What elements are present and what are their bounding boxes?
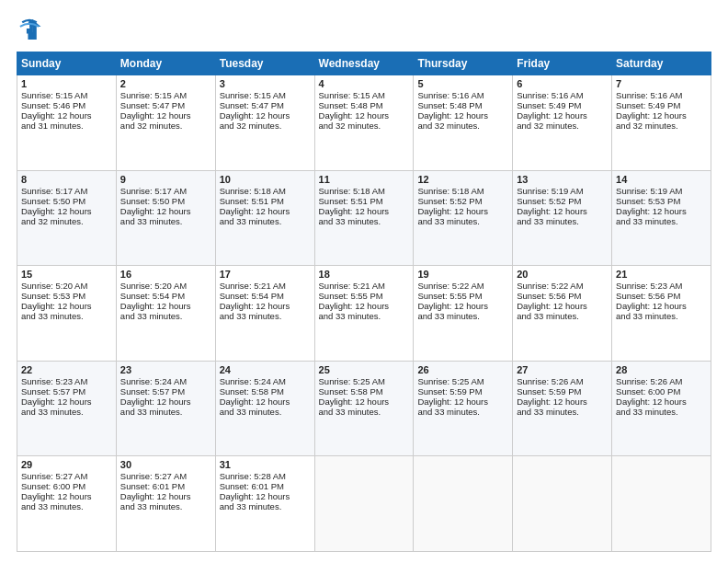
day-info: Daylight: 12 hours: [319, 396, 410, 407]
day-info: and 33 minutes.: [319, 407, 410, 417]
day-info: Sunset: 5:53 PM: [616, 196, 707, 206]
day-number: 14: [616, 174, 707, 185]
calendar-cell: 27Sunrise: 5:26 AMSunset: 5:59 PMDayligh…: [513, 361, 612, 456]
day-info: Sunrise: 5:15 AM: [120, 90, 211, 100]
day-info: Sunrise: 5:26 AM: [517, 376, 608, 386]
calendar-week-1: 1Sunrise: 5:15 AMSunset: 5:46 PMDaylight…: [17, 75, 711, 171]
day-info: Daylight: 12 hours: [220, 110, 311, 121]
calendar-cell: 23Sunrise: 5:24 AMSunset: 5:57 PMDayligh…: [116, 361, 215, 456]
day-info: and 33 minutes.: [517, 216, 608, 226]
day-info: Daylight: 12 hours: [616, 110, 707, 121]
day-info: Daylight: 12 hours: [417, 110, 508, 121]
calendar-cell: 28Sunrise: 5:26 AMSunset: 6:00 PMDayligh…: [612, 361, 711, 456]
day-info: Sunset: 5:48 PM: [319, 100, 410, 110]
day-info: Sunrise: 5:16 AM: [616, 90, 707, 100]
day-info: Sunset: 5:47 PM: [120, 100, 211, 110]
day-info: Daylight: 12 hours: [21, 491, 112, 501]
day-info: Daylight: 12 hours: [21, 110, 112, 121]
calendar-cell: 5Sunrise: 5:16 AMSunset: 5:48 PMDaylight…: [414, 75, 513, 171]
day-info: Daylight: 12 hours: [616, 301, 707, 311]
day-number: 12: [417, 174, 508, 185]
calendar-cell: 17Sunrise: 5:21 AMSunset: 5:54 PMDayligh…: [215, 266, 314, 362]
day-info: Daylight: 12 hours: [616, 396, 707, 407]
calendar-week-3: 15Sunrise: 5:20 AMSunset: 5:53 PMDayligh…: [17, 266, 711, 362]
day-number: 20: [517, 269, 608, 280]
calendar-cell: 19Sunrise: 5:22 AMSunset: 5:55 PMDayligh…: [414, 266, 513, 362]
day-info: and 33 minutes.: [319, 216, 410, 226]
day-number: 2: [120, 78, 211, 89]
day-number: 9: [120, 174, 211, 185]
calendar-cell: [612, 456, 711, 552]
day-info: Sunrise: 5:25 AM: [417, 376, 508, 386]
day-info: and 33 minutes.: [616, 407, 707, 417]
day-number: 15: [21, 269, 112, 280]
day-number: 27: [517, 364, 608, 375]
calendar-cell: 10Sunrise: 5:18 AMSunset: 5:51 PMDayligh…: [215, 170, 314, 266]
day-info: and 33 minutes.: [21, 407, 112, 417]
day-info: and 33 minutes.: [120, 501, 211, 511]
day-info: Sunset: 5:58 PM: [319, 386, 410, 396]
calendar-cell: 15Sunrise: 5:20 AMSunset: 5:53 PMDayligh…: [17, 266, 117, 362]
day-info: Sunset: 5:51 PM: [220, 196, 311, 206]
day-number: 21: [616, 269, 707, 280]
day-info: and 33 minutes.: [417, 407, 508, 417]
weekday-header-tuesday: Tuesday: [215, 52, 314, 75]
calendar-cell: 1Sunrise: 5:15 AMSunset: 5:46 PMDaylight…: [17, 75, 117, 171]
day-info: and 33 minutes.: [21, 311, 112, 321]
day-info: Daylight: 12 hours: [120, 110, 211, 121]
logo: [17, 17, 46, 42]
calendar-cell: 24Sunrise: 5:24 AMSunset: 5:58 PMDayligh…: [215, 361, 314, 456]
weekday-header-thursday: Thursday: [414, 52, 513, 75]
day-info: Sunrise: 5:15 AM: [220, 90, 311, 100]
day-info: Sunset: 5:57 PM: [120, 386, 211, 396]
day-number: 18: [319, 269, 410, 280]
calendar-cell: 30Sunrise: 5:27 AMSunset: 6:01 PMDayligh…: [116, 456, 215, 552]
day-info: and 33 minutes.: [616, 311, 707, 321]
day-info: Daylight: 12 hours: [417, 396, 508, 407]
calendar-cell: 3Sunrise: 5:15 AMSunset: 5:47 PMDaylight…: [215, 75, 314, 171]
day-info: and 33 minutes.: [319, 311, 410, 321]
day-info: and 31 minutes.: [21, 121, 112, 131]
day-info: Daylight: 12 hours: [21, 206, 112, 216]
day-info: Sunrise: 5:16 AM: [417, 90, 508, 100]
day-info: Sunset: 5:56 PM: [517, 291, 608, 301]
day-info: Daylight: 12 hours: [319, 110, 410, 121]
day-info: Daylight: 12 hours: [120, 301, 211, 311]
weekday-header-sunday: Sunday: [17, 52, 117, 75]
day-info: Sunrise: 5:21 AM: [220, 281, 311, 291]
day-number: 26: [417, 364, 508, 375]
calendar-cell: 2Sunrise: 5:15 AMSunset: 5:47 PMDaylight…: [116, 75, 215, 171]
day-info: Sunrise: 5:18 AM: [220, 186, 311, 196]
day-info: and 32 minutes.: [417, 121, 508, 131]
day-number: 16: [120, 269, 211, 280]
day-info: Daylight: 12 hours: [616, 206, 707, 216]
weekday-header-row: SundayMondayTuesdayWednesdayThursdayFrid…: [17, 52, 711, 75]
day-info: Sunset: 5:47 PM: [220, 100, 311, 110]
weekday-header-wednesday: Wednesday: [314, 52, 414, 75]
day-info: Sunrise: 5:23 AM: [616, 281, 707, 291]
calendar-cell: 12Sunrise: 5:18 AMSunset: 5:52 PMDayligh…: [414, 170, 513, 266]
calendar-cell: 20Sunrise: 5:22 AMSunset: 5:56 PMDayligh…: [513, 266, 612, 362]
day-info: Sunset: 5:52 PM: [417, 196, 508, 206]
calendar-cell: 8Sunrise: 5:17 AMSunset: 5:50 PMDaylight…: [17, 170, 117, 266]
day-info: Sunrise: 5:20 AM: [21, 281, 112, 291]
day-number: 4: [319, 78, 410, 89]
day-info: Sunrise: 5:22 AM: [517, 281, 608, 291]
day-number: 13: [517, 174, 608, 185]
day-info: Sunrise: 5:20 AM: [120, 281, 211, 291]
day-info: Daylight: 12 hours: [220, 301, 311, 311]
day-info: Sunset: 5:50 PM: [120, 196, 211, 206]
day-number: 3: [220, 78, 311, 89]
weekday-header-monday: Monday: [116, 52, 215, 75]
weekday-header-saturday: Saturday: [612, 52, 711, 75]
day-info: Daylight: 12 hours: [120, 206, 211, 216]
day-info: Daylight: 12 hours: [120, 396, 211, 407]
day-info: Sunset: 5:55 PM: [417, 291, 508, 301]
day-info: Sunset: 5:51 PM: [319, 196, 410, 206]
day-info: Sunset: 5:50 PM: [21, 196, 112, 206]
day-number: 11: [319, 174, 410, 185]
day-info: and 32 minutes.: [616, 121, 707, 131]
day-info: Sunset: 5:54 PM: [220, 291, 311, 301]
day-number: 28: [616, 364, 707, 375]
day-info: and 33 minutes.: [220, 407, 311, 417]
